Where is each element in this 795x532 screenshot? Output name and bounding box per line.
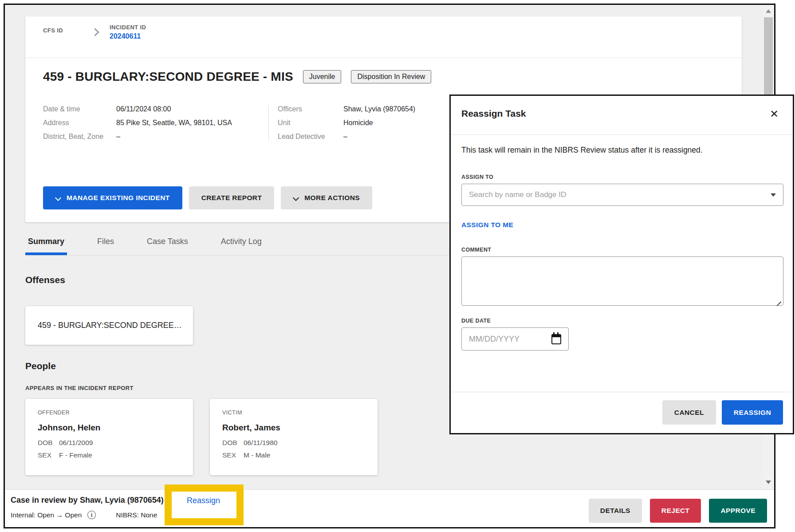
assign-to-select[interactable]: Search by name or Badge ID (461, 184, 783, 206)
offenses-heading: Offenses (25, 275, 65, 285)
nibrs-status-text: NIBRS: None (116, 511, 157, 519)
person-dob-row: DOB 06/11/2009 (38, 439, 181, 447)
person-sex-row: SEX F - Female (38, 451, 181, 459)
cancel-button[interactable]: CANCEL (662, 400, 716, 425)
info-icon[interactable]: i (87, 511, 96, 519)
assign-to-placeholder: Search by name or Badge ID (469, 190, 771, 199)
scroll-up-icon[interactable] (766, 9, 771, 13)
modal-title: Reassign Task (461, 108, 526, 119)
juvenile-badge: Juvenile (303, 70, 342, 83)
disposition-badge: Disposition In Review (351, 70, 431, 83)
reject-button[interactable]: REJECT (650, 499, 701, 523)
detail-row-officers: Officers Shaw, Lyvia (9870654) (278, 105, 415, 113)
review-footer-bar: Case in review by Shaw, Lyvia (9870654) … (5, 489, 774, 527)
detail-row-district: District, Beat, Zone – (43, 133, 268, 141)
resize-handle-icon[interactable] (775, 298, 781, 303)
caret-down-icon (771, 193, 776, 197)
breadcrumb: INCIDENT ID 20240611 (110, 24, 146, 40)
person-name: Johnson, Helen (38, 423, 181, 433)
person-role-label: VICTIM (222, 410, 365, 416)
divider (25, 58, 742, 58)
close-icon[interactable]: ✕ (767, 107, 781, 121)
approve-button[interactable]: APPROVE (709, 499, 767, 523)
status-line: Internal: Open → Open i NIBRS: None (11, 511, 157, 519)
details-button[interactable]: DETAILS (589, 499, 642, 523)
tab-case-tasks[interactable]: Case Tasks (144, 236, 191, 255)
person-card-offender[interactable]: OFFENDER Johnson, Helen DOB 06/11/2009 S… (25, 399, 193, 475)
incident-details: Date & time 06/11/2024 08:00 Address 85 … (43, 105, 415, 141)
due-date-input[interactable]: MM/DD/YYYY (461, 327, 569, 351)
scroll-down-icon[interactable] (766, 481, 771, 484)
reassign-link[interactable]: Reassign (187, 496, 220, 505)
chevron-right-icon (91, 28, 100, 37)
detail-row-address: Address 85 Pike St, Seattle, WA, 98101, … (43, 119, 268, 127)
offense-card[interactable]: 459 - BURGLARY:SECOND DEGREE… (25, 306, 193, 345)
detail-row-unit: Unit Homicide (278, 119, 415, 127)
tab-activity-log[interactable]: Activity Log (218, 236, 264, 255)
person-card-victim[interactable]: VICTIM Robert, James DOB 06/11/1980 SEX … (210, 399, 378, 475)
tab-files[interactable]: Files (94, 236, 117, 255)
manage-existing-incident-button[interactable]: MANAGE EXISTING INCIDENT (43, 186, 182, 209)
comment-textarea[interactable] (461, 256, 783, 306)
people-heading: People (25, 361, 56, 371)
case-status-text: Case in review by Shaw, Lyvia (9870654) (11, 496, 164, 505)
comment-label: COMMENT (461, 247, 491, 253)
due-date-placeholder: MM/DD/YYYY (469, 335, 551, 344)
tab-bar: Summary Files Case Tasks Activity Log (25, 236, 264, 255)
person-name: Robert, James (222, 423, 365, 433)
chevron-down-icon (293, 196, 299, 200)
appears-in-report-label: APPEARS IN THE INCIDENT REPORT (25, 385, 134, 391)
assign-to-label: ASSIGN TO (461, 174, 493, 180)
tab-summary[interactable]: Summary (25, 236, 67, 255)
person-role-label: OFFENDER (38, 410, 181, 416)
chevron-down-icon (55, 196, 61, 200)
internal-status-text: Internal: Open → Open (11, 511, 82, 519)
page-title: 459 - BURGLARY:SECOND DEGREE - MIS (43, 70, 293, 84)
divider (451, 392, 793, 392)
calendar-icon[interactable] (551, 334, 561, 344)
detail-row-lead-detective: Lead Detective – (278, 133, 415, 141)
due-date-label: DUE DATE (461, 318, 491, 324)
person-dob-row: DOB 06/11/1980 (222, 439, 365, 447)
more-actions-button[interactable]: MORE ACTIONS (281, 186, 372, 209)
detail-row-datetime: Date & time 06/11/2024 08:00 (43, 105, 268, 113)
assign-to-me-link[interactable]: ASSIGN TO ME (461, 221, 513, 229)
reassign-task-modal: Reassign Task ✕ This task will remain in… (449, 95, 794, 434)
divider (451, 134, 793, 135)
incident-id-label: INCIDENT ID (110, 24, 146, 31)
incident-id-link[interactable]: 20240611 (110, 32, 146, 40)
reassign-button[interactable]: REASSIGN (722, 400, 783, 425)
modal-description: This task will remain in the NIBRS Revie… (461, 146, 703, 155)
person-sex-row: SEX M - Male (222, 451, 365, 459)
create-report-button[interactable]: CREATE REPORT (189, 186, 275, 209)
cfs-id-label: CFS ID (43, 27, 63, 34)
